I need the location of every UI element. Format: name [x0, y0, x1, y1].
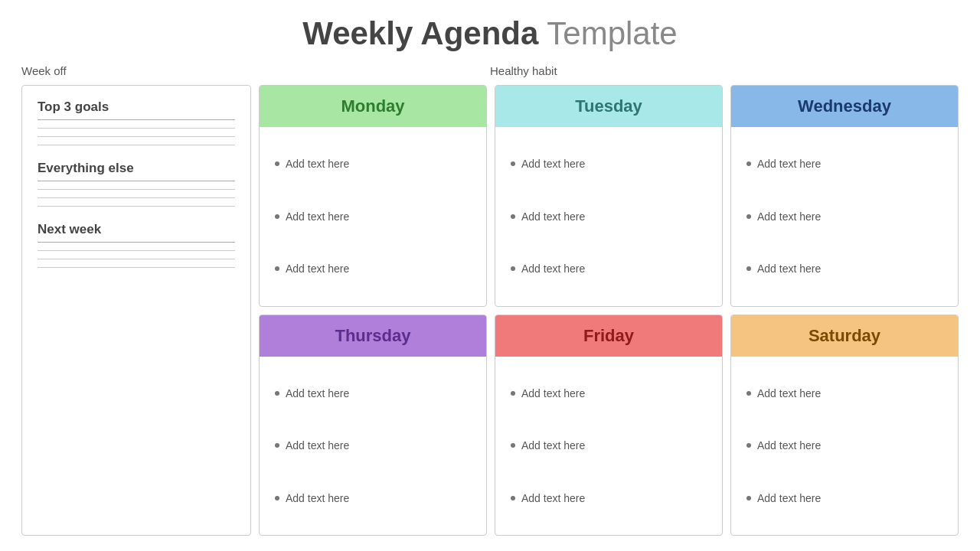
day-item-wednesday-1[interactable]: Add text here — [746, 207, 942, 226]
bullet-icon-tuesday-0 — [511, 161, 515, 166]
day-body-wednesday: Add text hereAdd text hereAdd text here — [731, 127, 958, 306]
days-grid: MondayAdd text hereAdd text hereAdd text… — [259, 85, 959, 536]
day-item-text-tuesday-0: Add text here — [521, 158, 585, 170]
day-item-wednesday-2[interactable]: Add text here — [746, 259, 942, 278]
day-item-tuesday-2[interactable]: Add text here — [511, 259, 707, 278]
bullet-icon-monday-2 — [275, 266, 279, 271]
day-item-thursday-0[interactable]: Add text here — [275, 384, 471, 403]
day-item-thursday-2[interactable]: Add text here — [275, 489, 471, 507]
day-item-text-thursday-1: Add text here — [286, 439, 349, 452]
day-item-text-monday-1: Add text here — [286, 210, 349, 223]
day-body-tuesday: Add text hereAdd text hereAdd text here — [495, 127, 722, 306]
week-off-label: Week off — [21, 64, 490, 77]
day-header-tuesday: Tuesday — [495, 86, 722, 127]
sidebar-section-top3goals: Top 3 goals — [38, 99, 235, 153]
day-header-saturday: Saturday — [731, 315, 958, 357]
bullet-icon-wednesday-0 — [746, 161, 751, 166]
day-item-text-friday-2: Add text here — [521, 492, 585, 504]
top3goals-line3 — [38, 145, 235, 145]
bullet-icon-saturday-1 — [746, 443, 751, 448]
day-item-monday-2[interactable]: Add text here — [275, 259, 471, 278]
bullet-icon-friday-0 — [511, 391, 515, 396]
top3goals-divider — [38, 119, 235, 120]
nextweek-line1 — [38, 250, 235, 251]
day-item-text-monday-0: Add text here — [286, 158, 349, 170]
sidebar: Top 3 goals Everything else Next week — [21, 85, 251, 536]
day-card-tuesday: TuesdayAdd text hereAdd text hereAdd tex… — [495, 85, 723, 307]
top3goals-line2 — [38, 136, 235, 137]
bullet-icon-tuesday-1 — [511, 214, 515, 219]
title-bold: Weekly Agenda — [302, 15, 538, 51]
day-card-thursday: ThursdayAdd text hereAdd text hereAdd te… — [259, 315, 487, 536]
day-item-saturday-1[interactable]: Add text here — [746, 436, 942, 455]
day-item-text-saturday-2: Add text here — [757, 492, 821, 504]
day-item-monday-0[interactable]: Add text here — [275, 155, 471, 173]
day-item-text-wednesday-0: Add text here — [757, 158, 821, 170]
day-item-text-thursday-2: Add text here — [286, 492, 349, 504]
day-body-thursday: Add text hereAdd text hereAdd text here — [260, 357, 486, 536]
day-item-text-tuesday-1: Add text here — [521, 210, 585, 223]
meta-row: Week off Healthy habit — [21, 64, 959, 77]
day-item-text-saturday-1: Add text here — [757, 439, 821, 452]
day-item-thursday-1[interactable]: Add text here — [275, 436, 471, 455]
day-body-monday: Add text hereAdd text hereAdd text here — [260, 127, 486, 306]
day-item-tuesday-0[interactable]: Add text here — [511, 155, 707, 173]
sidebar-section-everythingelse: Everything else — [38, 161, 235, 214]
nextweek-divider — [38, 242, 235, 243]
day-item-text-thursday-0: Add text here — [286, 387, 349, 399]
day-item-monday-1[interactable]: Add text here — [275, 207, 471, 226]
day-header-thursday: Thursday — [260, 315, 486, 357]
day-item-wednesday-0[interactable]: Add text here — [746, 155, 942, 173]
bullet-icon-thursday-1 — [275, 443, 279, 448]
day-item-text-friday-0: Add text here — [521, 387, 585, 399]
everythingelse-line3 — [38, 206, 235, 207]
bullet-icon-saturday-0 — [746, 391, 751, 396]
day-card-monday: MondayAdd text hereAdd text hereAdd text… — [259, 85, 487, 307]
bullet-icon-saturday-2 — [746, 496, 751, 500]
day-item-text-wednesday-1: Add text here — [757, 210, 821, 223]
day-item-saturday-0[interactable]: Add text here — [746, 384, 942, 403]
day-item-friday-0[interactable]: Add text here — [511, 384, 707, 403]
day-item-friday-1[interactable]: Add text here — [511, 436, 707, 455]
bullet-icon-friday-1 — [511, 443, 515, 448]
day-header-friday: Friday — [495, 315, 722, 357]
day-item-saturday-2[interactable]: Add text here — [746, 489, 942, 507]
bullet-icon-tuesday-2 — [511, 266, 515, 271]
bullet-icon-monday-0 — [275, 161, 279, 166]
nextweek-line3 — [38, 267, 235, 268]
day-body-saturday: Add text hereAdd text hereAdd text here — [731, 357, 958, 536]
bullet-icon-monday-1 — [275, 214, 279, 219]
healthy-habit-label: Healthy habit — [490, 64, 959, 77]
bullet-icon-wednesday-1 — [746, 214, 751, 219]
day-card-saturday: SaturdayAdd text hereAdd text hereAdd te… — [730, 315, 959, 536]
title-light: Template — [538, 15, 677, 51]
day-item-text-wednesday-2: Add text here — [757, 262, 821, 275]
day-item-friday-2[interactable]: Add text here — [511, 489, 707, 507]
page: Weekly Agenda Template Week off Healthy … — [0, 0, 980, 551]
title-row: Weekly Agenda Template — [21, 15, 959, 52]
bullet-icon-wednesday-2 — [746, 266, 751, 271]
nextweek-line2 — [38, 259, 235, 259]
day-item-text-monday-2: Add text here — [286, 262, 349, 275]
day-item-text-tuesday-2: Add text here — [521, 262, 585, 275]
bullet-icon-thursday-0 — [275, 391, 279, 396]
everythingelse-divider — [38, 181, 235, 181]
sidebar-section-nextweek: Next week — [38, 222, 235, 276]
day-item-text-saturday-0: Add text here — [757, 387, 821, 399]
everythingelse-title: Everything else — [38, 161, 235, 176]
top3goals-title: Top 3 goals — [38, 99, 235, 115]
main-content: Top 3 goals Everything else Next week — [21, 85, 959, 536]
everythingelse-line1 — [38, 189, 235, 190]
day-header-monday: Monday — [260, 86, 486, 127]
day-header-wednesday: Wednesday — [731, 86, 958, 127]
bullet-icon-thursday-2 — [275, 496, 279, 500]
day-body-friday: Add text hereAdd text hereAdd text here — [495, 357, 722, 536]
nextweek-title: Next week — [38, 222, 235, 237]
day-card-friday: FridayAdd text hereAdd text hereAdd text… — [495, 315, 723, 536]
day-card-wednesday: WednesdayAdd text hereAdd text hereAdd t… — [730, 85, 959, 307]
everythingelse-line2 — [38, 197, 235, 198]
day-item-tuesday-1[interactable]: Add text here — [511, 207, 707, 226]
day-item-text-friday-1: Add text here — [521, 439, 585, 452]
top3goals-line1 — [38, 128, 235, 129]
bullet-icon-friday-2 — [511, 496, 515, 500]
